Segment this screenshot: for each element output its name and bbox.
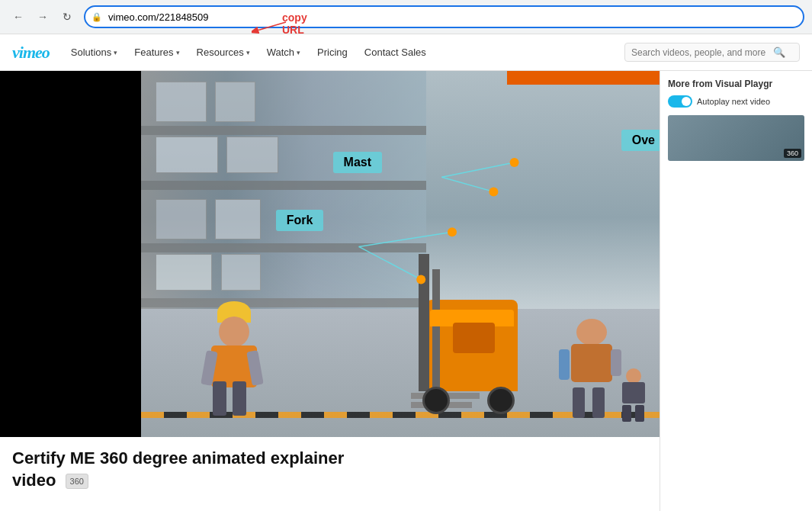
forward-button[interactable]: → xyxy=(32,6,53,27)
video-title-text: Certify ME 360 degree animated explainer… xyxy=(12,448,344,491)
search-box[interactable]: 🔍 xyxy=(624,43,800,62)
nav-watch[interactable]: Watch ▾ xyxy=(259,42,308,63)
main-content: Mast Fork xyxy=(0,71,812,511)
nav-links: Solutions ▾ Features ▾ Resources ▾ Watch… xyxy=(63,42,624,63)
vimeo-logo[interactable]: vimeo xyxy=(12,43,50,63)
address-bar[interactable] xyxy=(84,5,804,28)
nav-solutions[interactable]: Solutions ▾ xyxy=(63,42,125,63)
warehouse-orange-bar xyxy=(507,71,660,85)
lock-icon: 🔒 xyxy=(91,12,102,22)
chevron-down-icon: ▾ xyxy=(176,49,180,56)
toggle-knob xyxy=(682,97,691,106)
video-player[interactable]: Mast Fork xyxy=(0,71,660,437)
chevron-down-icon: ▾ xyxy=(297,49,300,56)
robot-character xyxy=(565,319,618,418)
fork-label: Fork xyxy=(276,210,324,231)
nav-resources[interactable]: Resources ▾ xyxy=(189,42,258,63)
small-character xyxy=(618,368,649,422)
autoplay-label: Autoplay next video xyxy=(697,97,770,106)
mast-label: Mast xyxy=(333,152,382,173)
browser-chrome: ← → ↻ 🔒 copy URL xyxy=(0,0,812,34)
reload-button[interactable]: ↻ xyxy=(56,6,78,27)
overhead-label: Ove xyxy=(621,130,660,151)
autoplay-toggle[interactable] xyxy=(668,95,692,108)
chevron-down-icon: ▾ xyxy=(114,49,117,56)
video-info: Certify ME 360 degree animated explainer… xyxy=(0,437,660,511)
thumbnail-item[interactable]: 360 xyxy=(668,115,804,161)
browser-nav-buttons: ← → ↻ xyxy=(8,6,78,27)
autoplay-row: Autoplay next video xyxy=(668,95,804,108)
video-letterbox-left xyxy=(0,71,141,437)
vimeo-nav: vimeo Solutions ▾ Features ▾ Resources ▾… xyxy=(0,34,812,71)
nav-pricing[interactable]: Pricing xyxy=(310,42,355,63)
thumb-badge: 360 xyxy=(784,149,801,158)
sidebar-title: More from Visual Playgr xyxy=(668,79,804,89)
badge-360: 360 xyxy=(66,474,88,489)
worker-character xyxy=(204,301,265,416)
video-title: Certify ME 360 degree animated explainer… xyxy=(12,448,647,491)
chevron-down-icon: ▾ xyxy=(246,49,250,56)
address-bar-container: 🔒 copy URL xyxy=(84,5,804,28)
nav-features[interactable]: Features ▾ xyxy=(127,42,187,63)
forklift xyxy=(411,246,548,414)
nav-contact-sales[interactable]: Contact Sales xyxy=(357,42,434,63)
video-section: Mast Fork xyxy=(0,71,660,511)
right-sidebar: More from Visual Playgr Autoplay next vi… xyxy=(660,71,812,511)
search-icon: 🔍 xyxy=(773,47,785,58)
back-button[interactable]: ← xyxy=(8,6,29,27)
search-input[interactable] xyxy=(631,47,769,58)
video-frame: Mast Fork xyxy=(141,71,660,437)
